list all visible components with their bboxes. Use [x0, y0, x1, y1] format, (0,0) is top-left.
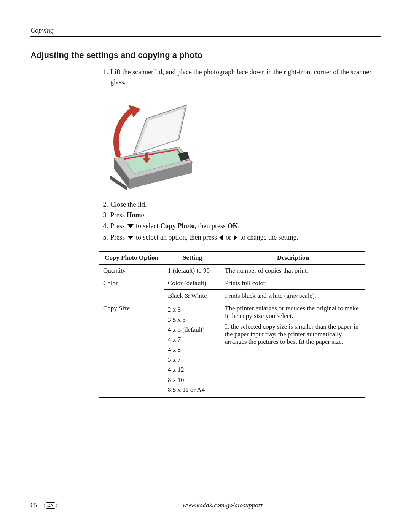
cell-color-desc2: Prints black and white (gray scale). [221, 290, 365, 302]
scanner-illustration [99, 94, 198, 193]
step-5: 5. Press to select an option, then press… [99, 232, 381, 243]
cell-color-set1: Color (default) [164, 277, 221, 290]
step-4-mid: to select [134, 222, 160, 230]
section-header: Copying [30, 27, 381, 37]
footer-url: www.kodak.com/go/aiosupport [65, 502, 381, 509]
right-arrow-icon [234, 233, 237, 243]
step-2: 2. Close the lid. [99, 200, 381, 209]
table-row-quantity: Quantity 1 (default) to 99 The number of… [99, 264, 365, 277]
svg-marker-4 [127, 236, 134, 240]
step-3-text: Press Home. [110, 210, 381, 220]
page-footer: 65 EN www.kodak.com/go/aiosupport [30, 502, 381, 509]
th-option: Copy Photo Option [99, 252, 164, 265]
cell-size-opt: Copy Size [99, 302, 164, 398]
step-1-text: Lift the scanner lid, and place the phot… [110, 67, 381, 87]
cell-color-set2: Black & White [164, 290, 221, 302]
size-desc-1: The printer enlarges or reduces the orig… [225, 305, 361, 320]
step-4-text: Press to select Copy Photo, then press O… [110, 221, 381, 232]
step-5-text: Press to select an option, then press or… [110, 232, 381, 243]
down-arrow-icon [127, 222, 134, 232]
step-3-pre: Press [110, 211, 127, 219]
step-1-number: 1. [99, 67, 108, 87]
step-4-post: . [238, 222, 240, 230]
step-4-pre: Press [110, 222, 127, 230]
step-1: 1. Lift the scanner lid, and place the p… [99, 67, 381, 87]
size-4: 4 x 8 [168, 345, 217, 355]
step-2-text: Close the lid. [110, 200, 381, 209]
size-8: 8.5 x 11 or A4 [168, 385, 217, 395]
step-3: 3. Press Home. [99, 210, 381, 220]
step-5-mid2: or [224, 233, 233, 241]
step-5-post: to change the setting. [238, 233, 298, 241]
step-4-mid2: , then press [195, 222, 228, 230]
cell-size-desc: The printer enlarges or reduces the orig… [221, 302, 365, 398]
step-2-number: 2. [99, 200, 108, 209]
svg-marker-3 [127, 224, 134, 228]
cell-size-set: 2 x 3 3.5 x 5 4 x 6 (default) 4 x 7 4 x … [164, 302, 221, 398]
size-0: 2 x 3 [168, 305, 217, 315]
page-heading: Adjusting the settings and copying a pho… [30, 50, 381, 60]
size-6: 4 x 12 [168, 365, 217, 375]
copy-photo-options-table: Copy Photo Option Setting Description Qu… [99, 251, 365, 398]
cell-color-opt: Color [99, 277, 164, 302]
cell-quantity-desc: The number of copies that print. [221, 264, 365, 277]
svg-marker-6 [234, 235, 237, 240]
table-row-color-1: Color Color (default) Prints full color. [99, 277, 365, 290]
page-number: 65 [30, 502, 37, 509]
step-list-cont: 2. Close the lid. 3. Press Home. 4. Pres… [30, 200, 381, 243]
size-desc-2: If the selected copy size is smaller tha… [225, 323, 361, 346]
language-badge: EN [44, 502, 57, 509]
step-3-number: 3. [99, 210, 108, 220]
svg-marker-5 [219, 235, 223, 240]
step-5-number: 5. [99, 232, 108, 243]
step-4-b1: Copy Photo [160, 222, 195, 230]
step-5-pre: Press [110, 233, 127, 241]
size-2: 4 x 6 (default) [168, 325, 217, 335]
step-4-number: 4. [99, 221, 108, 232]
size-5: 5 x 7 [168, 355, 217, 365]
svg-rect-1 [145, 153, 148, 158]
size-list: 2 x 3 3.5 x 5 4 x 6 (default) 4 x 7 4 x … [168, 305, 217, 395]
down-arrow-icon [127, 233, 134, 243]
step-list: 1. Lift the scanner lid, and place the p… [30, 67, 381, 87]
cell-quantity-set: 1 (default) to 99 [164, 264, 221, 277]
size-3: 4 x 7 [168, 335, 217, 345]
th-setting: Setting [164, 252, 221, 265]
left-arrow-icon [219, 233, 223, 243]
step-4: 4. Press to select Copy Photo, then pres… [99, 221, 381, 232]
size-7: 8 x 10 [168, 375, 217, 385]
step-5-mid: to select an option, then press [134, 233, 219, 241]
step-3-post: . [144, 211, 146, 219]
step-4-b2: OK [228, 222, 238, 230]
th-description: Description [221, 252, 365, 265]
step-3-bold: Home [127, 211, 144, 219]
cell-quantity-opt: Quantity [99, 264, 164, 277]
cell-color-desc1: Prints full color. [221, 277, 365, 290]
table-header-row: Copy Photo Option Setting Description [99, 252, 365, 265]
size-1: 3.5 x 5 [168, 315, 217, 325]
table-row-size: Copy Size 2 x 3 3.5 x 5 4 x 6 (default) … [99, 302, 365, 398]
